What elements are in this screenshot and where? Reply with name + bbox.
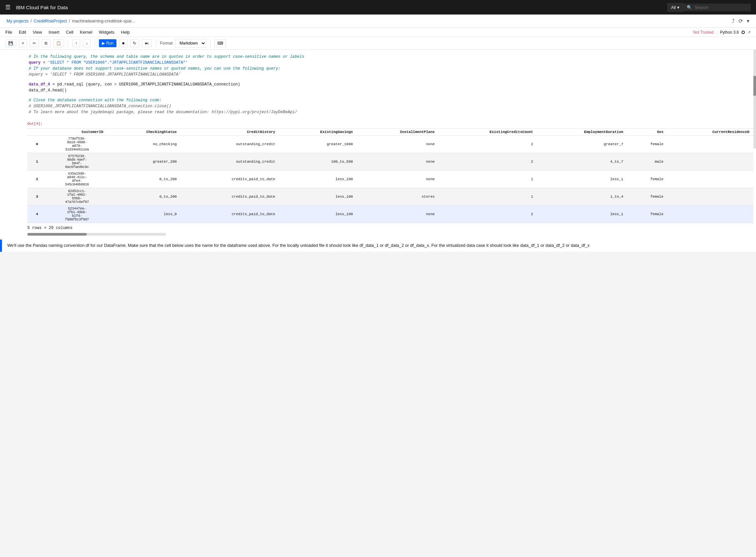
row-idx-3: 3 — [27, 188, 47, 206]
sep4 — [210, 39, 210, 47]
cell-ch-3: credits_paid_to_date — [181, 188, 279, 206]
code-line-7: # Close the database connection with the… — [29, 97, 752, 103]
search-area: All ▾ 🔍 — [667, 3, 751, 12]
move-up-button[interactable]: ↑ — [72, 39, 80, 47]
menu-help[interactable]: Help — [121, 30, 130, 35]
breadcrumb-project-name[interactable]: CreditRiskProject — [34, 19, 67, 23]
code-line-8: # USER1006_JRTAPPLICANTFINANCIALLOANSDAT… — [29, 103, 752, 109]
vertical-scroll-thumb[interactable] — [753, 76, 756, 96]
cell-ed-2: less_1 — [537, 171, 627, 188]
chevron-down-icon: ▾ — [677, 5, 679, 10]
cell-es-3: less_100 — [279, 188, 357, 206]
menu-widgets[interactable]: Widgets — [99, 30, 115, 35]
cell-sex-0: female — [627, 136, 668, 153]
cut-button[interactable]: ✂ — [30, 39, 39, 47]
move-down-button[interactable]: ↓ — [83, 39, 91, 47]
row-idx-4: 4 — [27, 206, 47, 223]
share-icon[interactable]: ⤴ — [732, 18, 734, 24]
cell-input: # In the following query, the schema and… — [1, 50, 756, 119]
cell-cid-1: 8757b239-96d8-4aef-b04f-6ac6faed6c8c — [47, 153, 108, 171]
cell-cs-2: 0_to_200 — [107, 171, 181, 188]
cell-cr-0 — [667, 136, 753, 153]
top-navbar: ☰ IBM Cloud Pak for Data All ▾ 🔍 — [0, 0, 756, 14]
cell-ip-3: stores — [357, 188, 439, 206]
cell-ip-4: none — [357, 206, 439, 223]
arrow-up-icon: ↑ — [75, 41, 77, 46]
vertical-scrollbar[interactable] — [753, 50, 756, 148]
cell-ecc-0: 2 — [439, 136, 537, 153]
cell-cs-3: 0_to_200 — [107, 188, 181, 206]
col-header-credithistory: CreditHistory — [181, 129, 279, 136]
expand-icon[interactable]: ▾ — [747, 18, 749, 24]
menu-view[interactable]: View — [33, 30, 42, 35]
df-table-wrapper: CustomerID CheckingStatus CreditHistory … — [27, 128, 753, 223]
paste-button[interactable]: 📋 — [53, 39, 64, 47]
cell-es-0: greater_1000 — [279, 136, 357, 153]
search-dropdown[interactable]: All ▾ — [667, 3, 684, 12]
cell-ip-2: none — [357, 171, 439, 188]
menu-edit[interactable]: Edit — [19, 30, 26, 35]
breadcrumb: My projects / CreditRiskProject / machin… — [7, 19, 135, 23]
cell-cid-4: b23447ea-2fb1-49b6-b1fd-f808fbc3f9d7 — [47, 206, 108, 223]
paste-icon: 📋 — [56, 41, 61, 46]
menu-kernel[interactable]: Kernel — [80, 30, 92, 35]
search-dropdown-label: All — [671, 5, 676, 10]
table-row: 3 82d52cc1-1fa2-4002-b5bb-47a767c6ef97 0… — [27, 188, 753, 206]
format-label: Format — [160, 41, 173, 46]
expand-kernel-icon[interactable]: ↗ — [748, 30, 751, 35]
cell-ch-1: outstanding_credit — [181, 153, 279, 171]
fast-forward-icon: ⏭ — [145, 41, 149, 46]
cell-cid-0: 778ef539-0a1d-4888-a079-31d34eeb11ea — [47, 136, 108, 153]
row-idx-1: 1 — [27, 153, 47, 171]
cell-ed-4: less_1 — [537, 206, 627, 223]
cell-cr-4 — [667, 206, 753, 223]
row-idx-2: 2 — [27, 171, 47, 188]
code-line-5: data_df_4 = pd.read_sql (query, con = US… — [29, 82, 752, 87]
hamburger-icon[interactable]: ☰ — [5, 4, 10, 11]
output-area: Out[4]: CustomerID CheckingStatus Credit… — [1, 119, 756, 240]
search-icon: 🔍 — [687, 5, 692, 10]
copy-button[interactable]: ⧉ — [41, 39, 51, 47]
markdown-text[interactable]: We'll use the Pandas naming convention d… — [1, 240, 756, 252]
arrow-down-icon: ↓ — [86, 41, 88, 46]
run-button[interactable]: ▶ Run — [99, 39, 116, 47]
menu-insert[interactable]: Insert — [49, 30, 59, 35]
horizontal-scrollbar[interactable] — [27, 233, 166, 236]
keyboard-button[interactable]: ⌨ — [214, 39, 226, 47]
toolbar: 💾 + ✂ ⧉ 📋 ↑ ↓ ▶ Run ■ ↻ ⏭ Format Markdow… — [0, 37, 756, 50]
format-select[interactable]: Markdown Code Raw — [175, 39, 206, 48]
col-header-currentresidence: CurrentResidenceD — [667, 129, 753, 136]
code-line-6: data_df_4.head() — [29, 87, 752, 93]
save-button[interactable]: 💾 — [5, 39, 16, 47]
code-cell: # In the following query, the schema and… — [0, 50, 756, 240]
separator: | — [717, 30, 718, 35]
search-input[interactable] — [695, 5, 748, 10]
col-header-idx — [27, 129, 47, 136]
restart-button[interactable]: ↻ — [130, 39, 139, 47]
menu-cell[interactable]: Cell — [66, 30, 73, 35]
add-cell-button[interactable]: + — [19, 39, 27, 47]
cell-ed-1: 4_to_7 — [537, 153, 627, 171]
run-label: Run — [106, 41, 114, 46]
notebook-content: # In the following query, the schema and… — [0, 50, 756, 557]
code-line-4: #query = 'SELECT * FROM USER1006.JRTAPPL… — [29, 71, 752, 78]
history-icon[interactable]: ⟳ — [738, 18, 743, 24]
col-header-existingsavings: ExistingSavings — [279, 129, 357, 136]
code-line-9: # To learn more about the jaydebeapi pac… — [29, 109, 752, 115]
breadcrumb-sep2: / — [69, 19, 70, 23]
breadcrumb-projects[interactable]: My projects — [7, 19, 28, 23]
cell-es-2: less_100 — [279, 171, 357, 188]
scroll-thumb[interactable] — [27, 233, 87, 236]
spacer2 — [29, 93, 752, 97]
code-content[interactable]: # In the following query, the schema and… — [27, 53, 753, 116]
stop-button[interactable]: ■ — [119, 39, 127, 47]
col-header-customerid: CustomerID — [47, 129, 108, 136]
cell-label — [1, 53, 27, 54]
breadcrumb-bar: My projects / CreditRiskProject / machin… — [0, 14, 756, 28]
cell-ch-2: credits_paid_to_date — [181, 171, 279, 188]
sep3 — [156, 39, 156, 47]
cell-ch-4: credits_paid_to_date — [181, 206, 279, 223]
fast-forward-button[interactable]: ⏭ — [142, 39, 152, 47]
menu-file[interactable]: File — [5, 30, 12, 35]
kernel-info: Not Trusted | Python 3.6 ↗ — [693, 30, 751, 35]
